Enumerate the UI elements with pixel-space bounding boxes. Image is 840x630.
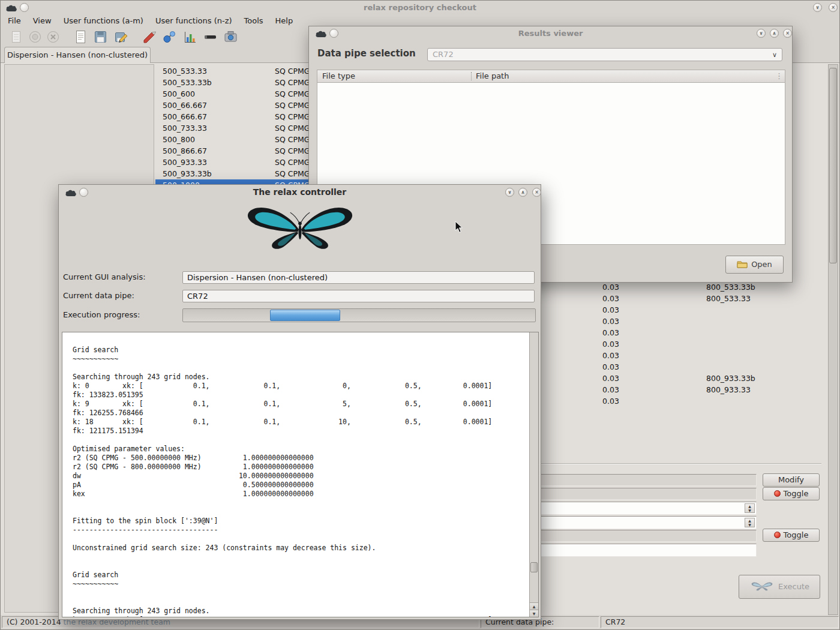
scroll-down-icon[interactable]: ▼ (530, 610, 538, 617)
data-pipe-dropdown-value: CR72 (433, 50, 454, 59)
open-document-icon[interactable] (73, 29, 89, 45)
spectrum-type: SQ CPMG (275, 112, 310, 121)
unshade-window-button[interactable]: ∨ (757, 29, 766, 38)
spectrum-id: 500_733.33 (163, 122, 272, 134)
spectrum-type: SQ CPMG (275, 67, 310, 76)
scroll-up-icon[interactable]: ▲ (530, 602, 538, 610)
window-options-button[interactable] (329, 29, 338, 38)
close-window-button[interactable]: × (532, 188, 541, 197)
spin-up-icon[interactable]: ▲ (745, 518, 754, 523)
spectrum-type: SQ CPMG (275, 89, 310, 98)
error-value: 0.03 (598, 281, 704, 293)
data-pipe-field[interactable]: CR72 (182, 290, 535, 302)
column-file-path[interactable]: File path (476, 70, 509, 82)
gui-analysis-field[interactable]: Dispersion - Hansen (non-clustered) (182, 271, 535, 284)
spin-editor-icon[interactable] (140, 29, 157, 45)
open-button[interactable]: Open (725, 256, 784, 274)
controller-log-text: Grid search ~~~~~~~~~~~ Searching throug… (62, 332, 529, 617)
menu-item[interactable]: View (27, 14, 58, 27)
tab-dispersion-analysis[interactable]: Dispersion - Hansen (non-clustered) (4, 47, 151, 63)
spin-up-icon[interactable]: ▲ (745, 504, 754, 508)
modify-button[interactable]: Modify (763, 473, 820, 487)
data-pipe-label: Current data pipe: (63, 290, 134, 302)
spinner-control[interactable]: ▲▼ (745, 503, 755, 513)
radio-icon (774, 532, 781, 538)
spectrum-type: SQ CPMG (275, 146, 310, 155)
log-scrollbar-thumb[interactable] (530, 562, 538, 572)
radio-icon (774, 490, 781, 497)
menu-bar: FileViewUser functions (a-m)User functio… (1, 14, 839, 27)
value-grid-row: 0.03 800_933.33 (598, 384, 832, 395)
error-value: 0.03 (598, 338, 704, 350)
toggle-button-2[interactable]: Toggle (763, 529, 820, 542)
error-value: 0.03 (598, 384, 704, 395)
execute-button[interactable]: Execute (739, 575, 820, 599)
controller-titlebar[interactable]: The relax controller ∨ ∧ × (59, 185, 541, 200)
value-grid: 0.03 800_533.33b 0.03 800_533.33 0.03 0.… (598, 281, 832, 407)
error-value: 0.03 (598, 373, 704, 384)
new-analysis-icon[interactable] (8, 29, 24, 45)
results-viewer-title: Results viewer (518, 29, 583, 38)
close-icon[interactable] (45, 29, 61, 45)
error-value: 0.03 (598, 304, 704, 316)
window-menu-cloud-icon[interactable] (5, 4, 17, 12)
menu-item[interactable]: Tools (238, 14, 269, 27)
scrollbar-thumb[interactable] (829, 68, 837, 263)
results-viewer-titlebar[interactable]: Results viewer ∨ ∧ × (309, 26, 792, 40)
spinner-control[interactable]: ▲▼ (745, 518, 755, 527)
menu-item[interactable]: User functions (n-z) (149, 14, 238, 27)
spectrum-id: 500_533.33 (163, 65, 272, 77)
error-value: 0.03 (598, 316, 704, 327)
shade-window-button[interactable]: ∨ (813, 3, 822, 12)
controller-log-panel: Grid search ~~~~~~~~~~~ Searching throug… (62, 332, 539, 617)
shade-window-button[interactable]: ∧ (518, 188, 527, 197)
column-divider[interactable] (471, 72, 472, 80)
window-options-button[interactable] (79, 188, 88, 197)
close-window-button[interactable]: × (783, 29, 792, 38)
data-pipe-selection-label: Data pipe selection (317, 48, 416, 59)
window-menu-cloud-icon[interactable] (315, 30, 327, 38)
column-file-type[interactable]: File type (322, 70, 355, 82)
spectrum-id: 500_866.67 (163, 145, 272, 157)
main-window-titlebar[interactable]: relax repository checkout ∨ × (1, 1, 839, 14)
log-scrollbar[interactable]: ▲ ▼ (529, 332, 538, 617)
main-vertical-scrollbar[interactable] (828, 64, 838, 615)
close-window-button[interactable]: × (829, 3, 838, 12)
spectrum-ref: 800_933.33b (706, 374, 755, 383)
execution-progress-bar (182, 308, 536, 322)
menu-item[interactable]: User functions (a-m) (58, 14, 149, 27)
error-value: 0.03 (598, 327, 704, 338)
mouse-cursor (455, 221, 463, 233)
menu-item-label: User functions (a-m) (64, 16, 143, 25)
spin-down-icon[interactable]: ▼ (745, 508, 754, 512)
save-icon[interactable] (92, 29, 109, 45)
menu-item-label: Help (275, 16, 293, 25)
prompt-icon[interactable] (223, 29, 239, 45)
pipe-editor-icon[interactable] (202, 29, 218, 45)
shade-window-button[interactable]: ∧ (770, 29, 779, 38)
relax-data-icon[interactable] (182, 29, 198, 45)
menu-item[interactable]: Help (269, 14, 299, 27)
spectrum-type: SQ CPMG (275, 78, 310, 87)
error-value: 0.03 (598, 395, 704, 407)
gui-analysis-label: Current GUI analysis: (63, 271, 146, 283)
results-table-header[interactable]: File type File path ⋮ (317, 70, 785, 83)
spectrum-type: SQ CPMG (275, 101, 310, 110)
value-grid-row: 0.03 (598, 395, 832, 407)
spectrum-id: 500_666.67 (163, 111, 272, 122)
delete-icon[interactable] (27, 29, 43, 45)
execution-progress-label: Execution progress: (63, 309, 140, 321)
save-as-icon[interactable] (113, 29, 130, 45)
menu-item-label: View (33, 16, 52, 25)
window-options-button[interactable] (20, 3, 29, 12)
toggle-button-1[interactable]: Toggle (763, 487, 820, 500)
menu-item[interactable]: File (2, 14, 27, 27)
molecule-viewer-icon[interactable] (161, 29, 178, 45)
unshade-window-button[interactable]: ∨ (505, 188, 514, 197)
window-menu-cloud-icon[interactable] (65, 189, 77, 197)
spectrum-id: 500_933.33 (163, 157, 272, 168)
data-pipe-dropdown[interactable]: CR72 ∨ (427, 48, 782, 61)
value-grid-row: 0.03 (598, 350, 832, 361)
spin-down-icon[interactable]: ▼ (745, 523, 754, 527)
value-grid-row: 0.03 800_533.33b (598, 281, 832, 293)
